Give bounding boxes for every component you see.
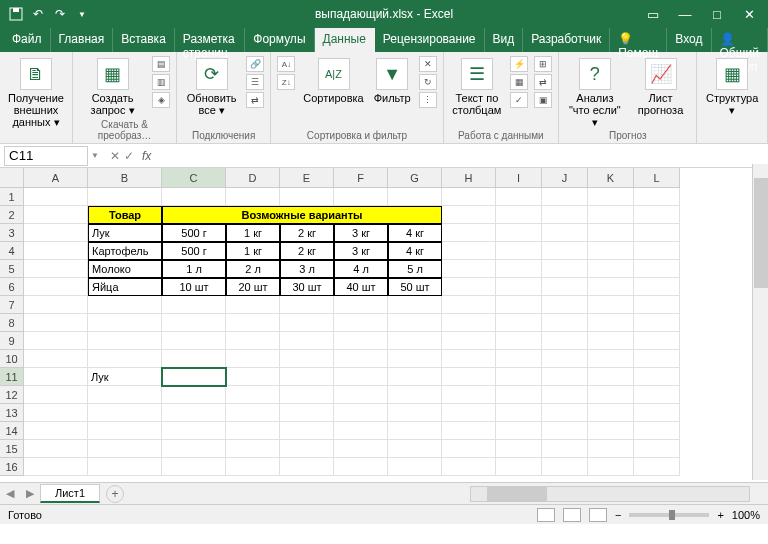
- cell[interactable]: 5 л: [388, 260, 442, 278]
- cell[interactable]: [24, 368, 88, 386]
- cell[interactable]: [588, 350, 634, 368]
- cell[interactable]: [162, 440, 226, 458]
- cell[interactable]: [442, 296, 496, 314]
- cell[interactable]: [442, 314, 496, 332]
- cell[interactable]: 2 кг: [280, 242, 334, 260]
- cell[interactable]: [162, 188, 226, 206]
- normal-view-button[interactable]: [537, 508, 555, 522]
- cell[interactable]: Возможные варианты: [162, 206, 442, 224]
- cell[interactable]: [634, 314, 680, 332]
- cell[interactable]: [162, 350, 226, 368]
- cell[interactable]: [88, 440, 162, 458]
- cell[interactable]: [542, 458, 588, 476]
- cell[interactable]: [542, 404, 588, 422]
- formula-input[interactable]: [157, 146, 768, 166]
- cell[interactable]: [588, 332, 634, 350]
- cell[interactable]: [588, 440, 634, 458]
- cell[interactable]: [280, 296, 334, 314]
- cell[interactable]: [496, 404, 542, 422]
- cell[interactable]: [226, 332, 280, 350]
- qat-dropdown-icon[interactable]: ▼: [74, 6, 90, 22]
- cell[interactable]: [542, 188, 588, 206]
- recent-sources-button[interactable]: ◈: [152, 92, 170, 108]
- col-header[interactable]: C: [162, 168, 226, 188]
- zoom-in-button[interactable]: +: [717, 509, 723, 521]
- cell[interactable]: [588, 278, 634, 296]
- cell[interactable]: [634, 332, 680, 350]
- cell[interactable]: [542, 278, 588, 296]
- cell[interactable]: 4 л: [334, 260, 388, 278]
- tab-signin[interactable]: Вход: [667, 28, 711, 52]
- cell[interactable]: [442, 350, 496, 368]
- cell[interactable]: [542, 206, 588, 224]
- cell[interactable]: [542, 386, 588, 404]
- reapply-button[interactable]: ↻: [419, 74, 437, 90]
- row-header[interactable]: 1: [0, 188, 24, 206]
- cell[interactable]: [24, 260, 88, 278]
- cell[interactable]: [496, 278, 542, 296]
- cell[interactable]: [442, 368, 496, 386]
- cell[interactable]: 4 кг: [388, 224, 442, 242]
- cell[interactable]: [226, 296, 280, 314]
- clear-filter-button[interactable]: ✕: [419, 56, 437, 72]
- cell[interactable]: [226, 350, 280, 368]
- col-header[interactable]: G: [388, 168, 442, 188]
- cell[interactable]: [542, 332, 588, 350]
- cell[interactable]: Молоко: [88, 260, 162, 278]
- row-header[interactable]: 6: [0, 278, 24, 296]
- cell[interactable]: [634, 350, 680, 368]
- select-all[interactable]: [0, 168, 24, 188]
- cell[interactable]: [162, 314, 226, 332]
- col-header[interactable]: F: [334, 168, 388, 188]
- page-layout-view-button[interactable]: [563, 508, 581, 522]
- cell[interactable]: [162, 296, 226, 314]
- col-header[interactable]: H: [442, 168, 496, 188]
- cell[interactable]: [542, 440, 588, 458]
- cell[interactable]: [334, 386, 388, 404]
- cell[interactable]: [162, 404, 226, 422]
- col-header[interactable]: J: [542, 168, 588, 188]
- cell[interactable]: [634, 368, 680, 386]
- cell[interactable]: [24, 404, 88, 422]
- row-header[interactable]: 4: [0, 242, 24, 260]
- page-break-view-button[interactable]: [589, 508, 607, 522]
- cell[interactable]: [634, 440, 680, 458]
- row-header[interactable]: 15: [0, 440, 24, 458]
- cell[interactable]: [442, 458, 496, 476]
- sort-button[interactable]: A|Z Сортировка: [301, 56, 365, 106]
- cell[interactable]: [588, 458, 634, 476]
- row-header[interactable]: 9: [0, 332, 24, 350]
- outline-button[interactable]: ▦ Структура ▾: [703, 56, 761, 118]
- cell[interactable]: [280, 422, 334, 440]
- remove-dupes-button[interactable]: ▦: [510, 74, 528, 90]
- cell[interactable]: [588, 314, 634, 332]
- cell[interactable]: [442, 332, 496, 350]
- filter-button[interactable]: ▼ Фильтр: [372, 56, 413, 106]
- cell[interactable]: ▼500 г1 кг2 кг3 кг4 кг: [162, 368, 226, 386]
- cell[interactable]: [24, 224, 88, 242]
- row-header[interactable]: 11: [0, 368, 24, 386]
- advanced-filter-button[interactable]: ⋮: [419, 92, 437, 108]
- new-query-button[interactable]: ▦ Создать запрос ▾: [79, 56, 146, 118]
- cell[interactable]: [442, 440, 496, 458]
- cell[interactable]: 4 кг: [388, 242, 442, 260]
- cell[interactable]: [280, 440, 334, 458]
- flash-fill-button[interactable]: ⚡: [510, 56, 528, 72]
- cell[interactable]: [388, 332, 442, 350]
- cell[interactable]: [588, 368, 634, 386]
- row-header[interactable]: 14: [0, 422, 24, 440]
- cell[interactable]: Картофель: [88, 242, 162, 260]
- cell[interactable]: [88, 422, 162, 440]
- cell[interactable]: [24, 278, 88, 296]
- cell[interactable]: [334, 458, 388, 476]
- cell[interactable]: [24, 188, 88, 206]
- cell[interactable]: 1 кг: [226, 224, 280, 242]
- tab-view[interactable]: Вид: [485, 28, 524, 52]
- row-header[interactable]: 3: [0, 224, 24, 242]
- tab-home[interactable]: Главная: [51, 28, 114, 52]
- cell[interactable]: [88, 386, 162, 404]
- cell[interactable]: [634, 278, 680, 296]
- cell[interactable]: [496, 458, 542, 476]
- cell[interactable]: [334, 296, 388, 314]
- cell[interactable]: [280, 368, 334, 386]
